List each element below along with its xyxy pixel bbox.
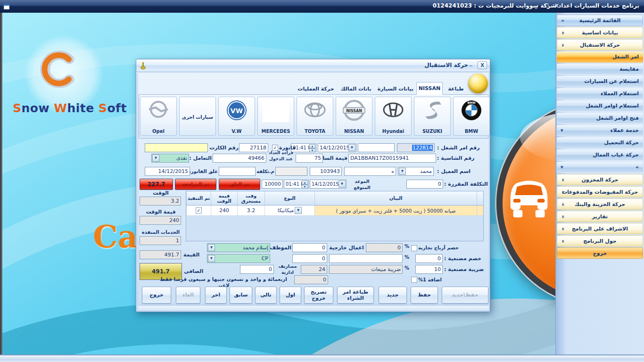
cp-combo[interactable]: CP: [207, 254, 270, 263]
card-extra-field[interactable]: [145, 143, 208, 152]
client-extra-field[interactable]: ه: [344, 167, 396, 176]
brand-button-toyota[interactable]: TOYOTA: [297, 97, 333, 136]
brand-button-vw[interactable]: VW V.W: [218, 97, 255, 136]
time-value-cell[interactable]: 240: [211, 206, 237, 216]
sidebar-item-receipts-payments[interactable]: »حركة المقبوضات والمدفوعات: [557, 186, 643, 197]
external-works-field[interactable]: 0: [292, 243, 327, 252]
brand-button-mercedes[interactable]: MERCEDES: [257, 97, 294, 136]
client-name-combo[interactable]: محمد: [398, 167, 434, 176]
dropdown-arrow-icon[interactable]: [152, 155, 159, 162]
factory-discount-mid-field[interactable]: 0: [292, 254, 327, 263]
admin-expenses-field[interactable]: 0: [240, 265, 274, 274]
print-purchase-order-button[interactable]: طباعة امر الشراء: [337, 287, 374, 304]
tab-car-data[interactable]: بيانات السيارة: [376, 84, 415, 94]
sidebar-item-reception[interactable]: »حركة الاستقبال: [557, 39, 643, 50]
previous-button[interactable]: سابق: [230, 287, 252, 304]
sidebar-item-workorder-inquiry[interactable]: استعلام اوامر الشغل: [557, 100, 643, 112]
gold-sphere-button[interactable]: [468, 74, 488, 93]
sidebar-item-supervision[interactable]: »الاشراف على البرنامج: [557, 223, 643, 234]
brand-button-nissan[interactable]: NISSAN NISSAN: [336, 97, 372, 136]
brand-button-hyundai[interactable]: Hyundai: [375, 97, 412, 136]
dialog-close-icon[interactable]: X: [478, 61, 487, 69]
new-button[interactable]: جديد: [379, 287, 407, 304]
sidebar-item-exit[interactable]: خروج: [557, 247, 643, 259]
brand-button-suzuki[interactable]: SUZUKI: [414, 97, 451, 136]
sidebar-item-loading[interactable]: حركة التحميل: [557, 137, 643, 148]
type-cell[interactable]: ميكانيكا: [264, 206, 314, 216]
close-date-field[interactable]: 14/12/2015: [145, 167, 190, 176]
expected-time-spinner[interactable]: 01:41 P▲▼: [284, 180, 309, 189]
sidebar-item-open-workorders[interactable]: فتح اوامر الشغل: [557, 113, 643, 124]
client-code-field[interactable]: 103943: [310, 167, 342, 176]
tab-operations[interactable]: حركة العمليات: [296, 84, 336, 94]
work-order-field[interactable]: 122814: [397, 143, 435, 152]
sidebar-item-work-order[interactable]: امر الشغل: [557, 51, 643, 63]
sidebar-item-estimate[interactable]: مقايسة: [557, 64, 643, 75]
dropdown-arrow-icon[interactable]: [295, 207, 302, 214]
dropdown-arrow-icon[interactable]: [399, 168, 406, 175]
time-spent-cell[interactable]: 3.2: [237, 206, 264, 216]
factory-discount-field[interactable]: 0: [415, 254, 443, 263]
logo-seg: oft: [107, 101, 127, 115]
sidebar-item-label: امر الشغل: [612, 54, 639, 60]
sidebar-item-main-menu[interactable]: »القائمة الرئيسية: [557, 15, 643, 26]
save-new-button[interactable]: حفظ\جديد: [442, 287, 488, 304]
expected-amount-field[interactable]: 10000: [262, 180, 283, 189]
brand-button-bmw[interactable]: BMW BMW: [453, 97, 490, 136]
statement-cell[interactable]: صيانه 50000 ( زيت 5000 + فلتر زيت + سبرا…: [314, 206, 477, 216]
dropdown-arrow-icon[interactable]: [208, 255, 215, 262]
closed-button[interactable]: تم الغلق: [219, 179, 260, 190]
last-button[interactable]: اخر: [205, 287, 227, 304]
sidebar-item-car-inquiry[interactable]: استعلام عن السيارات: [557, 76, 643, 87]
add-one-percent-checkbox[interactable]: [411, 277, 417, 283]
brand-button-opel[interactable]: Opel: [140, 97, 177, 136]
trade-discount-checkbox[interactable]: [411, 245, 417, 251]
sidebar-item-basic-data[interactable]: »بيانات اساسية: [557, 27, 643, 38]
sidebar-item-inventory[interactable]: »حركة المخزون: [557, 174, 643, 185]
exit-permit-button[interactable]: تصريح خروج: [304, 287, 333, 304]
tab-nissan[interactable]: NISSAN: [416, 82, 443, 95]
dropdown-arrow-icon[interactable]: [339, 181, 346, 188]
dealing-combo[interactable]: نقدى: [151, 154, 189, 163]
cancel-button[interactable]: الغاء: [176, 287, 200, 304]
employee-combo[interactable]: إسلام محمد: [207, 243, 270, 252]
sidebar-item-about[interactable]: »حول البرنامج: [557, 235, 643, 247]
card-number-field[interactable]: 27118: [239, 143, 268, 152]
exit-button[interactable]: خروج: [142, 287, 171, 304]
hour-value-field[interactable]: 75: [296, 154, 323, 163]
done-checkbox[interactable]: ✓: [196, 207, 202, 214]
sidebar-item-worker-absence[interactable]: حركة غياب العمال: [557, 149, 643, 161]
employee-value: إسلام محمد: [243, 245, 268, 251]
toyota-logo-icon: [304, 99, 326, 122]
tab-print[interactable]: طباعة: [445, 84, 467, 94]
meter-reading-field[interactable]: 49466: [213, 154, 266, 163]
sidebar-item-treasury-bank[interactable]: »حركة الخزينة والبنك: [557, 198, 643, 210]
spinner-arrows-icon[interactable]: ▲▼: [309, 144, 315, 151]
spinner-arrows-icon[interactable]: ▲▼: [302, 181, 308, 188]
table-row[interactable]: ✓ 240 3.2 ميكانيكا صيانه 50000 ( زيت 500…: [186, 206, 483, 216]
order-date-combo[interactable]: 14/12/2015: [318, 143, 356, 152]
done-cell[interactable]: ✓: [186, 206, 211, 216]
work-order-extra-field[interactable]: [358, 143, 395, 152]
sidebar-item-client-inquiry[interactable]: استعلام العملاء: [557, 88, 643, 99]
meter-reading-label: قراءة العداد عند الدخول: [267, 150, 295, 162]
dialog-minimize-icon[interactable]: _: [470, 60, 476, 66]
planned-cost-field[interactable]: 0: [406, 180, 443, 189]
tab-owner-data[interactable]: بانات المالك: [338, 84, 374, 94]
sidebar-item-customer-service[interactable]: ▾خدمة عملاء: [557, 125, 643, 136]
next-button[interactable]: تالى: [255, 287, 277, 304]
factory-discount-desc-field[interactable]: [329, 254, 403, 263]
first-button[interactable]: اول: [280, 287, 301, 304]
sidebar-item-reports[interactable]: »تقارير: [557, 211, 643, 222]
reviewed-button[interactable]: تم المراجعة: [175, 179, 216, 190]
save-button[interactable]: حفظ: [411, 287, 438, 304]
svg-text:BMW: BMW: [467, 101, 476, 104]
sidebar-item-overflow[interactable]: ▾»: [557, 162, 643, 173]
dropdown-arrow-icon[interactable]: [348, 144, 355, 151]
chassis-field[interactable]: DA1BBAN17Z0015941: [348, 154, 436, 163]
brand-button-other-cars[interactable]: سيارات اخرى: [179, 97, 216, 136]
close-invoice-field[interactable]: [219, 167, 256, 176]
expected-date-combo[interactable]: 14/12/2015: [310, 180, 347, 189]
factory-tax-field[interactable]: 10: [415, 265, 443, 274]
dropdown-arrow-icon[interactable]: [208, 244, 215, 251]
